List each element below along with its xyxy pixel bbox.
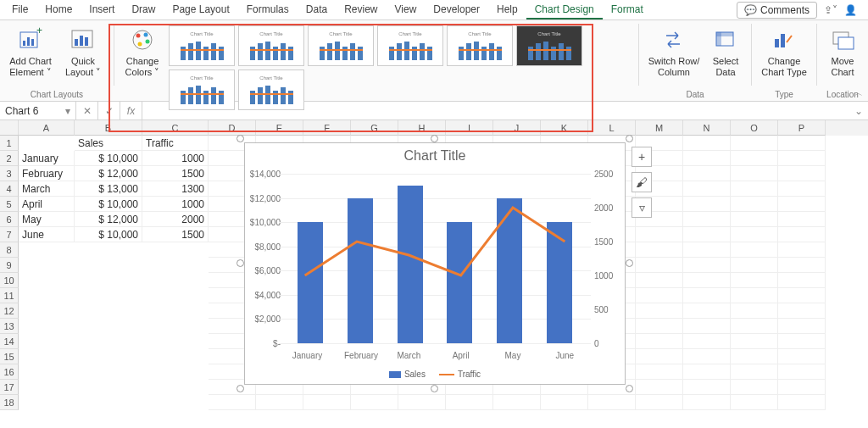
cell-B4[interactable]: $ 13,000 [75, 181, 142, 197]
col-head-B[interactable]: B [75, 120, 142, 136]
col-head-J[interactable]: J [493, 120, 541, 136]
cell-empty[interactable] [731, 273, 778, 288]
cell-empty[interactable] [683, 166, 731, 181]
cell-empty[interactable] [683, 380, 731, 395]
row-head-12[interactable]: 12 [0, 303, 19, 319]
cell-empty[interactable] [778, 288, 826, 303]
embedded-chart[interactable]: Chart Title $-$2,000$4,000$6,000$8,000$1… [244, 142, 626, 385]
name-box[interactable]: Chart 6 ▾ [0, 102, 76, 120]
cell-C5[interactable]: 1000 [142, 197, 209, 212]
cell-empty[interactable] [683, 181, 731, 197]
cell-empty[interactable] [209, 395, 256, 410]
cell-empty[interactable] [731, 136, 778, 151]
col-head-H[interactable]: H [398, 120, 446, 136]
col-head-K[interactable]: K [541, 120, 588, 136]
cell-empty[interactable] [778, 166, 826, 181]
tab-home[interactable]: Home [36, 1, 81, 19]
move-chart-button[interactable]: Move Chart [824, 24, 861, 80]
col-head-C[interactable]: C [142, 120, 209, 136]
chart-style-thumb-2[interactable]: Chart Title [238, 25, 304, 66]
collapse-ribbon-button[interactable]: ︿ [854, 87, 863, 99]
col-head-L[interactable]: L [588, 120, 636, 136]
add-chart-element-button[interactable]: + Add Chart Element ˅ [7, 24, 54, 80]
cell-empty[interactable] [778, 242, 826, 258]
change-chart-type-button[interactable]: Change Chart Type [759, 24, 810, 80]
col-head-O[interactable]: O [731, 120, 778, 136]
cell-empty[interactable] [636, 380, 683, 395]
cell-empty[interactable] [778, 334, 826, 349]
cell-empty[interactable] [731, 364, 778, 380]
cell-empty[interactable] [731, 319, 778, 334]
cell-empty[interactable] [683, 319, 731, 334]
chart-styles-gallery[interactable]: Chart TitleChart TitleChart TitleChart T… [169, 24, 609, 110]
cell-empty[interactable] [636, 334, 683, 349]
cell-empty[interactable] [778, 364, 826, 380]
select-all-cell[interactable] [0, 120, 19, 136]
comments-button[interactable]: 💬 Comments [737, 2, 817, 19]
cell-A5[interactable]: April [19, 197, 75, 212]
row-head-15[interactable]: 15 [0, 349, 19, 364]
cell-empty[interactable] [683, 242, 731, 258]
cell-empty[interactable] [778, 303, 826, 319]
cell-empty[interactable] [351, 395, 398, 410]
chart-line[interactable] [279, 174, 591, 343]
cell-empty[interactable] [731, 242, 778, 258]
tab-data[interactable]: Data [298, 1, 336, 19]
row-head-16[interactable]: 16 [0, 364, 19, 380]
chart-plot-area[interactable] [279, 174, 591, 343]
cell-C4[interactable]: 1300 [142, 181, 209, 197]
row-head-9[interactable]: 9 [0, 258, 19, 273]
cell-empty[interactable] [636, 273, 683, 288]
cell-empty[interactable] [778, 258, 826, 273]
cell-empty[interactable] [683, 288, 731, 303]
cell-empty[interactable] [541, 395, 588, 410]
chart-style-thumb-1[interactable]: Chart Title [169, 25, 235, 66]
cell-empty[interactable] [778, 181, 826, 197]
cell-empty[interactable] [778, 197, 826, 212]
chart-legend[interactable]: Sales Traffic [245, 370, 625, 379]
row-head-17[interactable]: 17 [0, 380, 19, 395]
row-head-3[interactable]: 3 [0, 166, 19, 181]
cell-empty[interactable] [683, 273, 731, 288]
chart-style-thumb-5[interactable]: Chart Title [447, 25, 513, 66]
cell-empty[interactable] [636, 364, 683, 380]
cell-empty[interactable] [731, 288, 778, 303]
chart-styles-button[interactable]: 🖌 [632, 172, 652, 192]
row-head-14[interactable]: 14 [0, 334, 19, 349]
cell-empty[interactable] [731, 334, 778, 349]
row-head-4[interactable]: 4 [0, 181, 19, 197]
cell-empty[interactable] [731, 197, 778, 212]
chart-title[interactable]: Chart Title [245, 143, 625, 164]
cell-empty[interactable] [256, 395, 303, 410]
tab-review[interactable]: Review [336, 1, 386, 19]
cell-A7[interactable]: June [19, 227, 75, 242]
cell-empty[interactable] [683, 395, 731, 410]
col-head-N[interactable]: N [683, 120, 731, 136]
tab-formulas[interactable]: Formulas [238, 1, 298, 19]
cell-C1[interactable]: Traffic [142, 136, 209, 151]
col-head-F[interactable]: F [303, 120, 351, 136]
row-head-13[interactable]: 13 [0, 319, 19, 334]
cell-empty[interactable] [731, 395, 778, 410]
col-head-P[interactable]: P [778, 120, 826, 136]
cell-empty[interactable] [683, 349, 731, 364]
cell-empty[interactable] [446, 395, 493, 410]
cell-empty[interactable] [778, 136, 826, 151]
col-head-I[interactable]: I [446, 120, 493, 136]
cell-B6[interactable]: $ 12,000 [75, 212, 142, 227]
cell-empty[interactable] [636, 303, 683, 319]
row-head-6[interactable]: 6 [0, 212, 19, 227]
cell-A2[interactable]: January [19, 151, 75, 166]
cell-C7[interactable]: 1500 [142, 227, 209, 242]
cell-empty[interactable] [683, 364, 731, 380]
switch-row-column-button[interactable]: Switch Row/ Column [646, 24, 702, 80]
cell-empty[interactable] [778, 380, 826, 395]
cell-empty[interactable] [683, 303, 731, 319]
cell-empty[interactable] [588, 395, 636, 410]
quick-layout-button[interactable]: Quick Layout ˅ [59, 24, 107, 80]
cell-empty[interactable] [778, 212, 826, 227]
row-head-11[interactable]: 11 [0, 288, 19, 303]
row-head-8[interactable]: 8 [0, 242, 19, 258]
cell-empty[interactable] [731, 151, 778, 166]
cell-empty[interactable] [778, 319, 826, 334]
